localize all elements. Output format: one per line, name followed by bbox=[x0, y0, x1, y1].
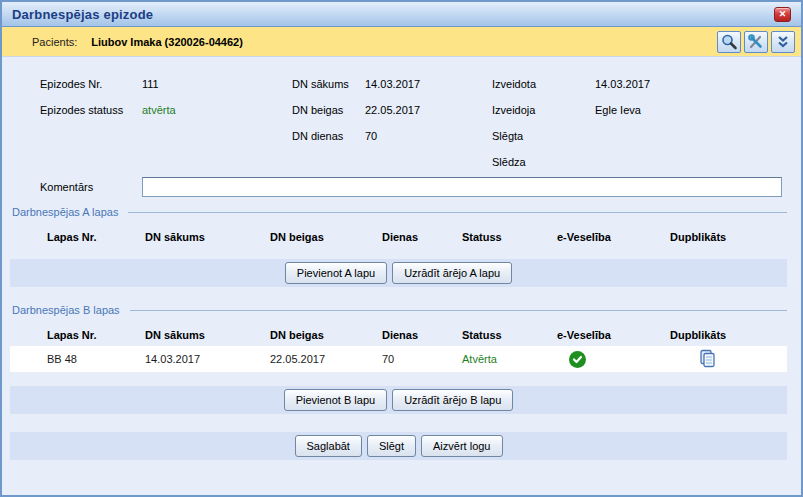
duplicate-pages-icon[interactable] bbox=[698, 349, 716, 368]
section-a-title: Darbnespējas A lapas bbox=[12, 206, 118, 218]
incapacity-episode-window: Darbnespējas epizode ✕ Pacients: Liubov … bbox=[0, 0, 803, 497]
field-label-dn-sakums: DN sākums bbox=[292, 78, 365, 90]
col-statuss: Statuss bbox=[462, 231, 557, 243]
field-label-dn-dienas: DN dienas bbox=[292, 130, 365, 142]
field-value-izveidoja: Egle Ieva bbox=[595, 104, 787, 116]
col-dn-sakums: DN sākums bbox=[145, 329, 270, 341]
patient-bar: Pacients: Liubov Imaka (320026-04462) bbox=[2, 27, 801, 57]
comment-label: Komentārs bbox=[40, 181, 142, 193]
cell-lapas-nr: BB 48 bbox=[10, 353, 145, 365]
field-value-dn-dienas: 70 bbox=[365, 130, 492, 142]
search-button[interactable] bbox=[717, 31, 741, 53]
window-titlebar: Darbnespējas epizode ✕ bbox=[2, 2, 801, 27]
field-label-epizodes-nr: Epizodes Nr. bbox=[40, 78, 142, 90]
field-value-izveidota: 14.03.2017 bbox=[595, 78, 787, 90]
field-value-epizodes-statuss: atvērta bbox=[142, 104, 292, 116]
comment-input[interactable] bbox=[142, 177, 782, 197]
show-external-b-sheet-button[interactable]: Uzrādīt ārējo B lapu bbox=[392, 389, 513, 411]
close-window-button[interactable]: Aizvērt logu bbox=[421, 435, 502, 457]
check-icon bbox=[569, 351, 586, 368]
patient-name: Liubov Imaka (320026-04462) bbox=[91, 36, 243, 48]
double-chevron-down-icon bbox=[775, 34, 791, 50]
settings-button[interactable] bbox=[744, 31, 768, 53]
field-value-dn-sakums: 14.03.2017 bbox=[365, 78, 492, 90]
footer-button-band: Saglabāt Slēgt Aizvērt logu bbox=[10, 432, 787, 460]
collapse-button[interactable] bbox=[771, 31, 795, 53]
search-icon bbox=[720, 33, 738, 51]
add-a-sheet-button[interactable]: Pievienot A lapu bbox=[285, 262, 387, 284]
close-episode-button[interactable]: Slēgt bbox=[367, 435, 416, 457]
field-label-slegta: Slēgta bbox=[492, 130, 595, 142]
col-dn-beigas: DN beigas bbox=[270, 231, 382, 243]
col-statuss: Statuss bbox=[462, 329, 557, 341]
col-dn-sakums: DN sākums bbox=[145, 231, 270, 243]
col-lapas-nr: Lapas Nr. bbox=[10, 329, 145, 341]
col-lapas-nr: Lapas Nr. bbox=[10, 231, 145, 243]
comment-row: Komentārs bbox=[2, 177, 801, 197]
show-external-a-sheet-button[interactable]: Uzrādīt ārējo A lapu bbox=[392, 262, 512, 284]
window-title: Darbnespējas epizode bbox=[12, 7, 153, 22]
col-e-veseliba: e-Veselība bbox=[557, 231, 670, 243]
section-a-button-band: Pievienot A lapu Uzrādīt ārējo A lapu bbox=[10, 259, 787, 287]
field-label-izveidoja: Izveidoja bbox=[492, 104, 595, 116]
section-b-title: Darbnespējas B lapas bbox=[12, 304, 120, 316]
col-dienas: Dienas bbox=[382, 329, 462, 341]
table-a-header: Lapas Nr. DN sākums DN beigas Dienas Sta… bbox=[10, 229, 787, 245]
add-b-sheet-button[interactable]: Pievienot B lapu bbox=[284, 389, 388, 411]
col-dienas: Dienas bbox=[382, 231, 462, 243]
cell-dn-beigas: 22.05.2017 bbox=[270, 353, 382, 365]
section-a-divider bbox=[128, 212, 787, 213]
cell-dn-sakums: 14.03.2017 bbox=[145, 353, 270, 365]
patient-toolbar bbox=[717, 31, 795, 53]
episode-form: Epizodes Nr. 111 DN sākums 14.03.2017 Iz… bbox=[2, 57, 801, 460]
close-icon[interactable]: ✕ bbox=[774, 7, 791, 22]
col-dupblikats: Dupblikāts bbox=[670, 329, 787, 341]
tools-icon bbox=[747, 33, 765, 51]
section-b-button-band: Pievienot B lapu Uzrādīt ārējo B lapu bbox=[10, 386, 787, 414]
table-b-header: Lapas Nr. DN sākums DN beigas Dienas Sta… bbox=[10, 327, 787, 343]
col-dupblikats: Dupblikāts bbox=[670, 231, 787, 243]
table-a: Lapas Nr. DN sākums DN beigas Dienas Sta… bbox=[2, 229, 801, 245]
save-button[interactable]: Saglabāt bbox=[295, 435, 362, 457]
field-label-sledza: Slēdza bbox=[492, 156, 595, 168]
field-label-dn-beigas: DN beigas bbox=[292, 104, 365, 116]
section-b-divider bbox=[130, 310, 787, 311]
col-e-veseliba: e-Veselība bbox=[557, 329, 670, 341]
section-a-title-row: Darbnespējas A lapas bbox=[2, 205, 801, 219]
field-value-dn-beigas: 22.05.2017 bbox=[365, 104, 492, 116]
table-b: Lapas Nr. DN sākums DN beigas Dienas Sta… bbox=[2, 327, 801, 372]
field-value-epizodes-nr: 111 bbox=[142, 78, 292, 90]
table-row[interactable]: BB 48 14.03.2017 22.05.2017 70 Atvērta bbox=[10, 346, 787, 372]
section-b-title-row: Darbnespējas B lapas bbox=[2, 303, 801, 317]
patient-label: Pacients: bbox=[32, 36, 77, 48]
col-dn-beigas: DN beigas bbox=[270, 329, 382, 341]
cell-statuss: Atvērta bbox=[462, 353, 557, 365]
cell-dupblikats bbox=[670, 349, 787, 370]
episode-fields: Epizodes Nr. 111 DN sākums 14.03.2017 Iz… bbox=[2, 71, 801, 175]
cell-dienas: 70 bbox=[382, 353, 462, 365]
field-label-izveidota: Izveidota bbox=[492, 78, 595, 90]
cell-e-veseliba bbox=[557, 351, 670, 368]
field-label-epizodes-statuss: Epizodes statuss bbox=[40, 104, 142, 116]
